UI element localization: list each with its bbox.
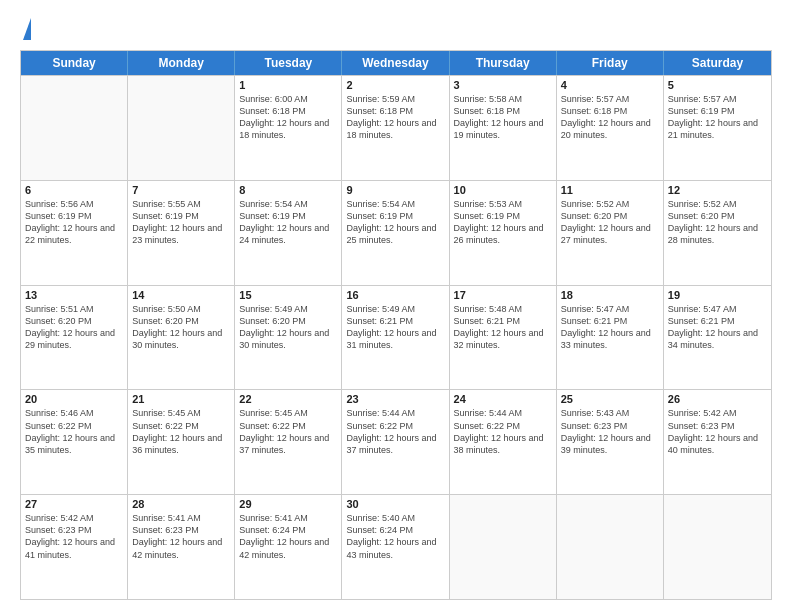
day-info: Sunrise: 5:51 AM Sunset: 6:20 PM Dayligh… [25,303,123,352]
calendar-cell: 4Sunrise: 5:57 AM Sunset: 6:18 PM Daylig… [557,76,664,180]
day-number: 17 [454,289,552,301]
day-number: 24 [454,393,552,405]
calendar-header-wednesday: Wednesday [342,51,449,75]
day-info: Sunrise: 5:57 AM Sunset: 6:18 PM Dayligh… [561,93,659,142]
calendar-cell: 30Sunrise: 5:40 AM Sunset: 6:24 PM Dayli… [342,495,449,599]
day-number: 6 [25,184,123,196]
calendar-cell: 1Sunrise: 6:00 AM Sunset: 6:18 PM Daylig… [235,76,342,180]
calendar-week-5: 27Sunrise: 5:42 AM Sunset: 6:23 PM Dayli… [21,494,771,599]
calendar-cell: 15Sunrise: 5:49 AM Sunset: 6:20 PM Dayli… [235,286,342,390]
day-info: Sunrise: 5:54 AM Sunset: 6:19 PM Dayligh… [239,198,337,247]
calendar-cell: 23Sunrise: 5:44 AM Sunset: 6:22 PM Dayli… [342,390,449,494]
calendar-cell: 16Sunrise: 5:49 AM Sunset: 6:21 PM Dayli… [342,286,449,390]
header [20,18,772,40]
day-number: 12 [668,184,767,196]
day-info: Sunrise: 5:42 AM Sunset: 6:23 PM Dayligh… [25,512,123,561]
calendar-cell [664,495,771,599]
calendar-cell: 3Sunrise: 5:58 AM Sunset: 6:18 PM Daylig… [450,76,557,180]
logo [20,18,31,40]
day-number: 4 [561,79,659,91]
day-number: 13 [25,289,123,301]
calendar-cell: 25Sunrise: 5:43 AM Sunset: 6:23 PM Dayli… [557,390,664,494]
day-number: 28 [132,498,230,510]
calendar-week-2: 6Sunrise: 5:56 AM Sunset: 6:19 PM Daylig… [21,180,771,285]
day-number: 15 [239,289,337,301]
day-info: Sunrise: 5:47 AM Sunset: 6:21 PM Dayligh… [561,303,659,352]
calendar-cell: 10Sunrise: 5:53 AM Sunset: 6:19 PM Dayli… [450,181,557,285]
day-number: 27 [25,498,123,510]
day-info: Sunrise: 5:40 AM Sunset: 6:24 PM Dayligh… [346,512,444,561]
calendar-cell: 13Sunrise: 5:51 AM Sunset: 6:20 PM Dayli… [21,286,128,390]
calendar-cell [128,76,235,180]
calendar-cell: 5Sunrise: 5:57 AM Sunset: 6:19 PM Daylig… [664,76,771,180]
calendar-cell: 9Sunrise: 5:54 AM Sunset: 6:19 PM Daylig… [342,181,449,285]
day-info: Sunrise: 5:45 AM Sunset: 6:22 PM Dayligh… [132,407,230,456]
calendar-header-friday: Friday [557,51,664,75]
day-number: 20 [25,393,123,405]
day-number: 2 [346,79,444,91]
day-number: 23 [346,393,444,405]
calendar-week-4: 20Sunrise: 5:46 AM Sunset: 6:22 PM Dayli… [21,389,771,494]
calendar-header-tuesday: Tuesday [235,51,342,75]
day-info: Sunrise: 5:53 AM Sunset: 6:19 PM Dayligh… [454,198,552,247]
calendar-week-1: 1Sunrise: 6:00 AM Sunset: 6:18 PM Daylig… [21,75,771,180]
day-info: Sunrise: 5:52 AM Sunset: 6:20 PM Dayligh… [561,198,659,247]
calendar-header-thursday: Thursday [450,51,557,75]
calendar-cell: 21Sunrise: 5:45 AM Sunset: 6:22 PM Dayli… [128,390,235,494]
day-number: 22 [239,393,337,405]
calendar-cell: 27Sunrise: 5:42 AM Sunset: 6:23 PM Dayli… [21,495,128,599]
day-number: 10 [454,184,552,196]
calendar-cell: 12Sunrise: 5:52 AM Sunset: 6:20 PM Dayli… [664,181,771,285]
calendar-cell: 2Sunrise: 5:59 AM Sunset: 6:18 PM Daylig… [342,76,449,180]
day-info: Sunrise: 5:49 AM Sunset: 6:20 PM Dayligh… [239,303,337,352]
calendar-header-saturday: Saturday [664,51,771,75]
calendar-cell: 14Sunrise: 5:50 AM Sunset: 6:20 PM Dayli… [128,286,235,390]
day-number: 16 [346,289,444,301]
day-info: Sunrise: 5:44 AM Sunset: 6:22 PM Dayligh… [454,407,552,456]
day-info: Sunrise: 6:00 AM Sunset: 6:18 PM Dayligh… [239,93,337,142]
day-number: 26 [668,393,767,405]
day-number: 3 [454,79,552,91]
day-info: Sunrise: 5:54 AM Sunset: 6:19 PM Dayligh… [346,198,444,247]
day-info: Sunrise: 5:52 AM Sunset: 6:20 PM Dayligh… [668,198,767,247]
day-info: Sunrise: 5:58 AM Sunset: 6:18 PM Dayligh… [454,93,552,142]
calendar-cell: 28Sunrise: 5:41 AM Sunset: 6:23 PM Dayli… [128,495,235,599]
logo-triangle-icon [23,18,31,40]
day-info: Sunrise: 5:48 AM Sunset: 6:21 PM Dayligh… [454,303,552,352]
day-info: Sunrise: 5:42 AM Sunset: 6:23 PM Dayligh… [668,407,767,456]
calendar-cell: 20Sunrise: 5:46 AM Sunset: 6:22 PM Dayli… [21,390,128,494]
day-info: Sunrise: 5:46 AM Sunset: 6:22 PM Dayligh… [25,407,123,456]
day-info: Sunrise: 5:47 AM Sunset: 6:21 PM Dayligh… [668,303,767,352]
day-info: Sunrise: 5:41 AM Sunset: 6:23 PM Dayligh… [132,512,230,561]
day-number: 29 [239,498,337,510]
day-number: 8 [239,184,337,196]
calendar-cell: 11Sunrise: 5:52 AM Sunset: 6:20 PM Dayli… [557,181,664,285]
calendar-cell: 17Sunrise: 5:48 AM Sunset: 6:21 PM Dayli… [450,286,557,390]
calendar-cell: 24Sunrise: 5:44 AM Sunset: 6:22 PM Dayli… [450,390,557,494]
calendar-week-3: 13Sunrise: 5:51 AM Sunset: 6:20 PM Dayli… [21,285,771,390]
day-number: 25 [561,393,659,405]
calendar-cell: 22Sunrise: 5:45 AM Sunset: 6:22 PM Dayli… [235,390,342,494]
calendar-cell: 29Sunrise: 5:41 AM Sunset: 6:24 PM Dayli… [235,495,342,599]
calendar-header-row: SundayMondayTuesdayWednesdayThursdayFrid… [21,51,771,75]
calendar-cell: 18Sunrise: 5:47 AM Sunset: 6:21 PM Dayli… [557,286,664,390]
day-info: Sunrise: 5:49 AM Sunset: 6:21 PM Dayligh… [346,303,444,352]
day-number: 1 [239,79,337,91]
day-number: 30 [346,498,444,510]
day-info: Sunrise: 5:41 AM Sunset: 6:24 PM Dayligh… [239,512,337,561]
calendar-cell: 26Sunrise: 5:42 AM Sunset: 6:23 PM Dayli… [664,390,771,494]
day-info: Sunrise: 5:44 AM Sunset: 6:22 PM Dayligh… [346,407,444,456]
page: SundayMondayTuesdayWednesdayThursdayFrid… [0,0,792,612]
calendar-body: 1Sunrise: 6:00 AM Sunset: 6:18 PM Daylig… [21,75,771,599]
day-number: 18 [561,289,659,301]
day-number: 5 [668,79,767,91]
day-info: Sunrise: 5:55 AM Sunset: 6:19 PM Dayligh… [132,198,230,247]
calendar-cell: 7Sunrise: 5:55 AM Sunset: 6:19 PM Daylig… [128,181,235,285]
day-number: 9 [346,184,444,196]
day-number: 14 [132,289,230,301]
calendar-header-monday: Monday [128,51,235,75]
day-number: 19 [668,289,767,301]
day-number: 7 [132,184,230,196]
day-number: 21 [132,393,230,405]
day-info: Sunrise: 5:57 AM Sunset: 6:19 PM Dayligh… [668,93,767,142]
